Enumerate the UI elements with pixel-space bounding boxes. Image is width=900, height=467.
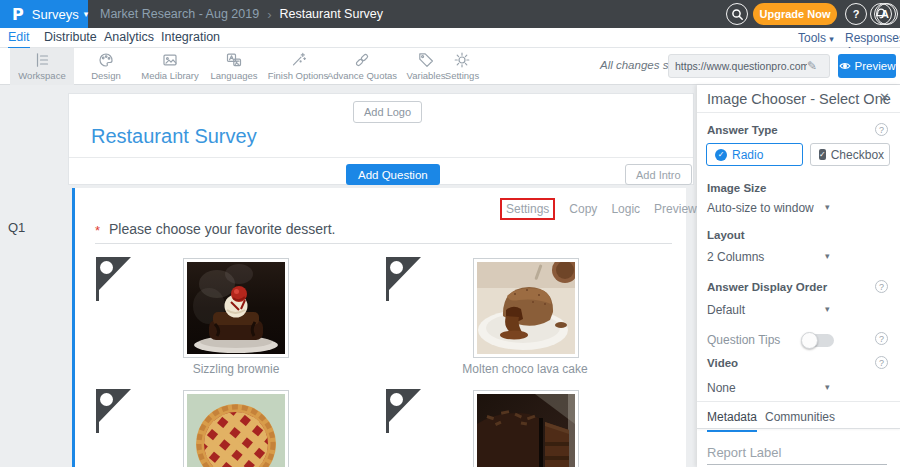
question-text[interactable]: Please choose your favorite dessert. (109, 221, 335, 237)
questionpro-logo: P (12, 5, 24, 24)
chevron-down-icon: ▾ (825, 304, 830, 314)
image-size-label: Image Size (707, 182, 766, 194)
answer-type-checkbox-button[interactable]: ✓ Checkbox (810, 143, 890, 166)
chevron-down-icon: ▾ (825, 202, 830, 212)
toolbar-languages-label: Languages (210, 70, 257, 81)
option-2-radio-marker[interactable] (386, 257, 424, 303)
option-4-radio-marker[interactable] (386, 389, 424, 435)
option-3-radio-marker[interactable] (96, 389, 134, 435)
question-settings-link[interactable]: Settings (506, 202, 549, 216)
add-question-button[interactable]: Add Question (346, 164, 440, 185)
avatar[interactable]: A (874, 3, 896, 25)
chevron-down-icon: ▾ (84, 9, 89, 19)
top-bar: P Surveys ▾ Market Research - Aug 2019 ›… (0, 0, 900, 28)
option-2-caption[interactable]: Molten choco lava cake (445, 362, 605, 376)
edit-url-icon[interactable]: ✎ (807, 59, 817, 73)
sizzling-brownie-photo (187, 262, 285, 354)
brand-area[interactable]: P Surveys ▾ (0, 0, 88, 28)
workspace-icon (34, 52, 50, 68)
toolbar-workspace[interactable]: Workspace (10, 48, 74, 85)
survey-url-input[interactable] (669, 60, 807, 72)
magic-wand-icon (290, 52, 306, 68)
question-logic-link[interactable]: Logic (611, 202, 640, 216)
preview-button[interactable]: Preview (838, 54, 896, 78)
toolbar-settings[interactable]: Settings (430, 48, 494, 85)
toolbar-advance-quotas-label: Advance Quotas (327, 70, 397, 81)
image-icon (162, 52, 178, 68)
question-preview-link[interactable]: Preview (654, 202, 697, 216)
checkbox-label: Checkbox (831, 148, 884, 162)
tab-integration[interactable]: Integration (161, 30, 220, 47)
help-button[interactable]: ? (845, 3, 867, 25)
option-1-caption[interactable]: Sizzling brownie (156, 362, 316, 376)
divider (697, 112, 900, 113)
toolbar-media-library-label: Media Library (141, 70, 199, 81)
settings-annotation-highlight: Settings (500, 198, 555, 220)
panel-title: Image Chooser - Select One (707, 91, 891, 107)
option-1-radio-marker[interactable] (96, 257, 134, 303)
option-4-image-chocolate-cake[interactable] (473, 390, 579, 467)
search-button[interactable] (726, 3, 748, 25)
question-settings-panel: Image Chooser - Select One ✕ Answer Type… (697, 85, 900, 467)
radio-selected-icon: ✓ (715, 149, 727, 161)
video-help-icon[interactable]: ? (875, 356, 888, 369)
toolbar-languages[interactable]: Languages (202, 48, 266, 85)
avatar-initial: A (881, 8, 889, 20)
answer-type-radio-button[interactable]: ✓ Radio (706, 143, 803, 166)
breadcrumb-separator-icon: › (267, 7, 271, 22)
gear-icon (454, 52, 470, 68)
answer-type-label: Answer Type (707, 124, 778, 136)
option-2-image-molten-choco-lava-cake[interactable] (473, 258, 579, 358)
tab-divider (697, 428, 900, 429)
question-copy-link[interactable]: Copy (569, 202, 597, 216)
preview-label: Preview (855, 60, 896, 72)
answer-display-order-label: Answer Display Order (707, 281, 827, 293)
divider (69, 157, 693, 158)
answer-display-order-help-icon[interactable]: ? (875, 280, 888, 293)
upgrade-now-button[interactable]: Upgrade Now (753, 3, 837, 25)
tab-edit[interactable]: Edit (8, 30, 30, 49)
chocolate-cake-photo (477, 394, 575, 467)
translate-icon (226, 52, 242, 68)
survey-nav: Edit Distribute Analytics Integration To… (0, 28, 900, 48)
tab-distribute[interactable]: Distribute (44, 30, 97, 47)
question-number: Q1 (8, 220, 25, 235)
edit-toolbar: Workspace Design Media Library Languages… (0, 48, 900, 85)
surveys-dropdown[interactable]: Surveys ▾ (32, 7, 89, 22)
option-1-image-sizzling-brownie[interactable] (183, 258, 289, 358)
toggle-knob (801, 332, 818, 349)
add-intro-button[interactable]: Add Intro (625, 164, 692, 185)
toolbar-advance-quotas[interactable]: Advance Quotas (330, 48, 394, 85)
answer-type-help-icon[interactable]: ? (875, 123, 888, 136)
lattice-pie-photo (187, 394, 285, 467)
tab-analytics[interactable]: Analytics (104, 30, 154, 47)
close-icon[interactable]: ✕ (879, 90, 890, 105)
checkbox-icon: ✓ (819, 149, 826, 160)
option-3-image-lattice-pie[interactable] (183, 390, 289, 467)
breadcrumb: Market Research - Aug 2019 › Restaurant … (100, 0, 383, 28)
survey-header-card: Add Logo Restaurant Survey Add Question … (68, 93, 694, 185)
toolbar-workspace-label: Workspace (18, 70, 65, 81)
required-asterisk: * (95, 223, 100, 238)
question-tips-toggle[interactable] (802, 334, 834, 347)
question-tips-help-icon[interactable]: ? (875, 332, 888, 345)
palette-icon (98, 52, 114, 68)
radio-label: Radio (732, 148, 763, 162)
breadcrumb-folder[interactable]: Market Research - Aug 2019 (100, 7, 259, 21)
tab-communities[interactable]: Communities (765, 410, 835, 430)
add-logo-button[interactable]: Add Logo (353, 101, 422, 123)
tools-menu[interactable]: Tools ▾ (798, 31, 834, 45)
surveys-label: Surveys (32, 7, 79, 22)
survey-title[interactable]: Restaurant Survey (91, 125, 257, 148)
chevron-down-icon: ▾ (825, 382, 830, 392)
toolbar-media-library[interactable]: Media Library (138, 48, 202, 85)
report-label-input[interactable] (707, 441, 887, 465)
molten-choco-lava-cake-photo (477, 262, 575, 354)
chevron-down-icon: ▾ (829, 34, 834, 44)
question-mark-icon: ? (853, 8, 860, 20)
toolbar-design[interactable]: Design (74, 48, 138, 85)
divider (697, 401, 900, 402)
toolbar-finish-options[interactable]: Finish Options (266, 48, 330, 85)
question-actions: Settings Copy Logic Preview ⋮ (500, 198, 724, 220)
toolbar-settings-label: Settings (445, 70, 479, 81)
